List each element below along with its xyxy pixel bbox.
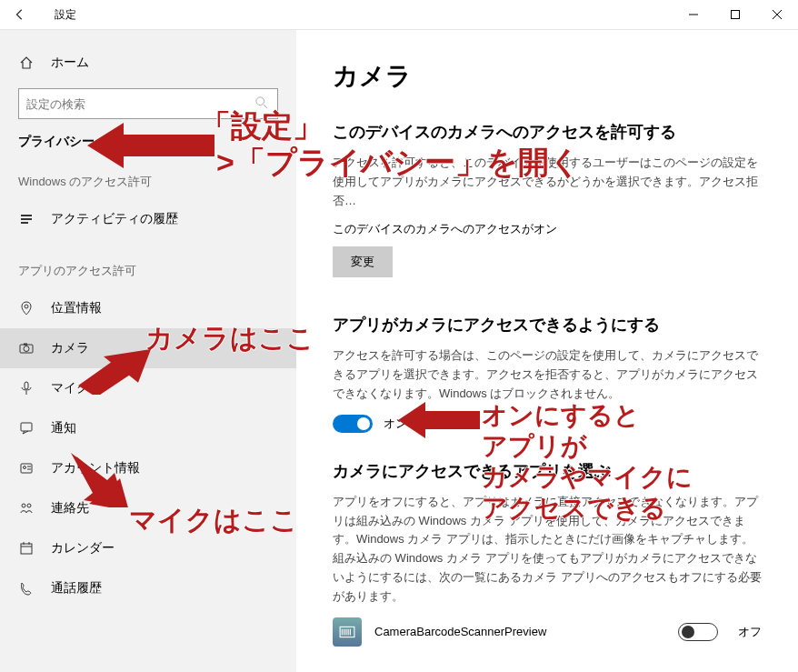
close-button[interactable] [756,0,798,29]
svg-rect-6 [21,222,28,224]
svg-rect-1 [732,11,740,19]
bell-icon [18,420,35,436]
sidebar-item-location[interactable]: 位置情報 [0,288,296,328]
sidebar-item-label: アカウント情報 [51,460,140,476]
app-toggle-label: オフ [738,624,762,640]
back-button[interactable] [0,0,40,29]
sidebar-item-microphone[interactable]: マイク [0,368,296,408]
sidebar-item-label: カメラ [51,340,89,356]
svg-rect-4 [21,215,32,216]
svg-line-3 [264,105,267,108]
home-icon [18,55,35,71]
sidebar-item-label: 通話履歴 [51,580,102,597]
section-choose-apps: カメラにアクセスできるアプリを選ぶ [333,460,762,482]
sidebar-item-camera[interactable]: カメラ [0,328,296,368]
search-input[interactable] [26,97,255,111]
app-access-toggle-label: オン [384,416,407,432]
group-windows-permissions: Windows のアクセス許可 [0,166,296,199]
svg-point-18 [27,504,31,507]
section-app-access: アプリがカメラにアクセスできるようにする [333,314,762,336]
desc-app-access: アクセスを許可する場合は、このページの設定を使用して、カメラにアクセスできるアプ… [333,346,762,403]
app-access-toggle[interactable] [333,415,373,433]
barcode-app-icon [333,617,362,647]
svg-rect-11 [25,382,28,389]
section-device-access: このデバイスのカメラへのアクセスを許可する [333,121,762,143]
svg-point-9 [24,346,29,352]
location-icon [18,300,35,316]
account-icon [18,460,35,476]
maximize-button[interactable] [714,0,756,29]
minimize-button[interactable] [673,0,714,29]
app-name: CameraBarcodeScannerPreview [374,625,665,638]
svg-rect-5 [21,218,32,220]
search-icon [255,96,270,111]
svg-point-14 [24,466,26,469]
sidebar-item-contacts[interactable]: 連絡先 [0,488,296,528]
page-title: カメラ [333,59,762,94]
sidebar-item-label: カレンダー [51,540,115,557]
svg-rect-19 [21,544,32,554]
svg-point-17 [22,504,25,507]
search-box[interactable] [18,88,278,119]
sidebar-item-label: マイク [51,380,89,396]
sidebar: ホーム プライバシー Windows のアクセス許可 アクティビティの履歴 アプ… [0,30,296,672]
svg-rect-13 [21,464,32,473]
content-pane: カメラ このデバイスのカメラへのアクセスを許可する アクセスを許可すると、このデ… [296,30,798,672]
sidebar-item-label: アクティビティの履歴 [51,211,178,227]
home-label: ホーム [51,55,89,71]
sidebar-item-account-info[interactable]: アカウント情報 [0,448,296,488]
sidebar-item-notifications[interactable]: 通知 [0,408,296,448]
svg-rect-10 [24,344,27,346]
group-app-permissions: アプリのアクセス許可 [0,256,296,288]
svg-rect-12 [21,423,32,431]
sidebar-item-call-history[interactable]: 通話履歴 [0,568,296,608]
sidebar-item-home[interactable]: ホーム [0,45,296,81]
app-row-camerabarcode: CameraBarcodeScannerPreview オフ [333,617,762,647]
desc-choose-apps: アプリをオフにすると、アプリはカメラに直接アクセスできなくなります。アプリは組み… [333,493,762,607]
contacts-icon [18,500,35,517]
change-button[interactable]: 変更 [333,246,393,277]
window-title: 設定 [55,7,76,23]
sidebar-item-label: 連絡先 [51,500,89,517]
sidebar-item-label: 通知 [51,420,76,436]
titlebar: 設定 [0,0,798,30]
calendar-icon [18,540,35,557]
status-device-access: このデバイスのカメラへのアクセスがオン [333,221,762,237]
camera-icon [18,340,35,356]
desc-device-access: アクセスを許可すると、このデバイスを使用するユーザーはこのページの設定を使用して… [333,154,762,210]
sidebar-item-label: 位置情報 [51,300,102,316]
app-toggle-camerabarcode[interactable] [678,623,718,641]
phone-icon [18,580,35,597]
sidebar-item-calendar[interactable]: カレンダー [0,528,296,568]
sidebar-item-activity-history[interactable]: アクティビティの履歴 [0,199,296,239]
svg-point-7 [25,305,28,308]
history-icon [18,211,35,227]
svg-point-2 [256,97,264,105]
mic-icon [18,380,35,396]
section-privacy: プライバシー [0,130,296,166]
